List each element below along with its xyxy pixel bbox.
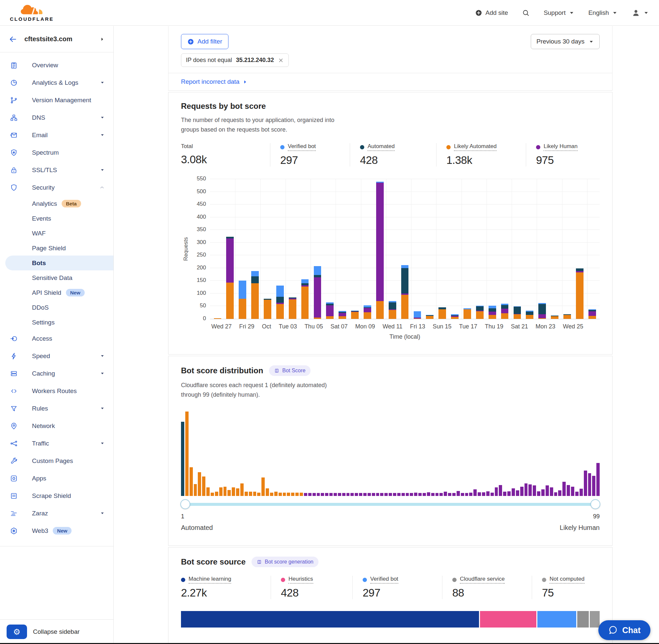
sidebar-item-sensitive-data[interactable]: Sensitive Data bbox=[0, 270, 113, 285]
histogram-bar[interactable] bbox=[334, 493, 337, 496]
sidebar-item-zaraz[interactable]: Zaraz bbox=[0, 505, 113, 522]
histogram-bar[interactable] bbox=[240, 483, 244, 496]
histogram-bar[interactable] bbox=[524, 483, 528, 496]
account-menu[interactable] bbox=[632, 8, 649, 17]
date-range-select[interactable]: Previous 30 days bbox=[531, 34, 600, 49]
back-arrow-icon[interactable] bbox=[8, 35, 17, 44]
histogram-bar[interactable] bbox=[206, 487, 210, 496]
sidebar-item-speed[interactable]: Speed bbox=[0, 347, 113, 365]
histogram-bar[interactable] bbox=[198, 472, 201, 496]
histogram-bar[interactable] bbox=[283, 493, 286, 496]
histogram-bar[interactable] bbox=[575, 492, 579, 496]
source-bar-segment-machine-learning[interactable] bbox=[181, 611, 479, 627]
chat-button[interactable]: Chat bbox=[598, 620, 651, 640]
histogram-bar[interactable] bbox=[444, 492, 447, 496]
histogram-bar[interactable] bbox=[321, 493, 324, 496]
sidebar-item-dns[interactable]: DNS bbox=[0, 109, 113, 126]
source-bar-segment-verified-bot[interactable] bbox=[537, 611, 576, 627]
sidebar-item-analytics-logs[interactable]: Analytics & Logs bbox=[0, 74, 113, 91]
histogram-bar[interactable] bbox=[219, 487, 222, 496]
histogram-bar[interactable] bbox=[190, 467, 193, 496]
histogram-bar[interactable] bbox=[368, 493, 371, 496]
sidebar-item-scrape-shield[interactable]: Scrape Shield bbox=[0, 487, 113, 505]
source-bar-segment-not-computed[interactable] bbox=[590, 611, 600, 627]
histogram-bar[interactable] bbox=[528, 484, 532, 496]
chart-bar[interactable] bbox=[211, 318, 224, 319]
histogram-bar[interactable] bbox=[228, 490, 231, 496]
histogram-bar[interactable] bbox=[308, 493, 311, 496]
histogram-bar[interactable] bbox=[546, 485, 549, 496]
histogram-bar[interactable] bbox=[194, 484, 197, 496]
slider-handle-min[interactable] bbox=[180, 499, 190, 509]
histogram-bar[interactable] bbox=[384, 493, 388, 496]
histogram-bar[interactable] bbox=[350, 493, 354, 496]
sidebar-item-web3[interactable]: Web3New bbox=[0, 522, 113, 539]
chart-bar[interactable] bbox=[299, 279, 311, 319]
histogram-bar[interactable] bbox=[478, 492, 481, 496]
sidebar-item-analytics[interactable]: AnalyticsBeta bbox=[0, 196, 113, 211]
report-incorrect-data-link[interactable]: Report incorrect data bbox=[168, 73, 612, 91]
sidebar-item-custom-pages[interactable]: Custom Pages bbox=[0, 452, 113, 469]
histogram-bar[interactable] bbox=[516, 490, 519, 496]
histogram-bar[interactable] bbox=[202, 477, 205, 496]
source-bar-segment-heuristics[interactable] bbox=[480, 611, 536, 627]
sidebar-item-page-shield[interactable]: Page Shield bbox=[0, 241, 113, 256]
chart-bar[interactable] bbox=[473, 306, 486, 319]
histogram-bar[interactable] bbox=[414, 493, 417, 496]
histogram-bar[interactable] bbox=[503, 492, 507, 496]
settings-gear-button[interactable]: ⚙ bbox=[6, 624, 27, 639]
histogram-bar[interactable] bbox=[291, 493, 295, 496]
sidebar-item-security[interactable]: Security bbox=[0, 179, 113, 196]
histogram-bar[interactable] bbox=[427, 492, 430, 496]
histogram-bar[interactable] bbox=[300, 493, 303, 496]
sidebar-item-network[interactable]: Network bbox=[0, 417, 113, 435]
histogram-bar[interactable] bbox=[402, 493, 405, 496]
histogram-bar[interactable] bbox=[211, 493, 214, 496]
sidebar-item-apps[interactable]: Apps bbox=[0, 469, 113, 487]
chart-bar[interactable] bbox=[324, 302, 336, 319]
histogram-bar[interactable] bbox=[541, 489, 545, 496]
sidebar-item-waf[interactable]: WAF bbox=[0, 226, 113, 241]
histogram-bar[interactable] bbox=[304, 493, 307, 496]
chart-bar[interactable] bbox=[249, 271, 261, 319]
bot-score-docs-badge[interactable]: Bot Score bbox=[269, 365, 310, 376]
histogram-bar[interactable] bbox=[266, 488, 269, 496]
language-menu[interactable]: English bbox=[588, 9, 618, 17]
histogram-bar[interactable] bbox=[249, 492, 252, 496]
histogram-bar[interactable] bbox=[440, 493, 443, 496]
histogram-bar[interactable] bbox=[338, 493, 341, 496]
histogram-bar[interactable] bbox=[296, 493, 299, 496]
sidebar-item-api-shield[interactable]: API ShieldNew bbox=[0, 285, 113, 300]
histogram-bar[interactable] bbox=[473, 489, 477, 496]
support-menu[interactable]: Support bbox=[544, 9, 574, 17]
histogram-bar[interactable] bbox=[461, 493, 464, 496]
histogram-bar[interactable] bbox=[287, 493, 290, 496]
source-bar-segment-cloudflare-service[interactable] bbox=[577, 611, 589, 627]
sidebar-item-ddos[interactable]: DDoS bbox=[0, 300, 113, 315]
histogram-bar[interactable] bbox=[465, 493, 468, 496]
histogram-bar[interactable] bbox=[257, 493, 260, 496]
chart-bar[interactable] bbox=[274, 285, 286, 319]
bot-score-generation-docs-badge[interactable]: Bot score generation bbox=[252, 557, 319, 567]
histogram-bar[interactable] bbox=[431, 493, 434, 496]
histogram-bar[interactable] bbox=[554, 492, 558, 496]
sidebar-item-settings[interactable]: Settings bbox=[0, 315, 113, 330]
chart-bar[interactable] bbox=[523, 310, 536, 319]
histogram-bar[interactable] bbox=[325, 493, 328, 496]
chart-bar[interactable] bbox=[349, 310, 361, 319]
chart-bar[interactable] bbox=[536, 303, 548, 319]
histogram-bar[interactable] bbox=[380, 493, 383, 496]
chart-bar[interactable] bbox=[561, 314, 573, 319]
histogram-bar[interactable] bbox=[423, 493, 426, 496]
histogram-bar[interactable] bbox=[244, 492, 248, 496]
histogram-bar[interactable] bbox=[520, 487, 523, 496]
chart-bar[interactable] bbox=[548, 316, 561, 319]
histogram-bar[interactable] bbox=[588, 473, 591, 496]
slider-track[interactable] bbox=[182, 503, 599, 506]
histogram-bar[interactable] bbox=[270, 493, 273, 496]
histogram-bar[interactable] bbox=[185, 412, 189, 496]
histogram-bar[interactable] bbox=[261, 478, 265, 496]
sidebar-item-overview[interactable]: Overview bbox=[0, 56, 113, 74]
slider-handle-max[interactable] bbox=[590, 499, 600, 509]
histogram-bar[interactable] bbox=[508, 491, 511, 496]
